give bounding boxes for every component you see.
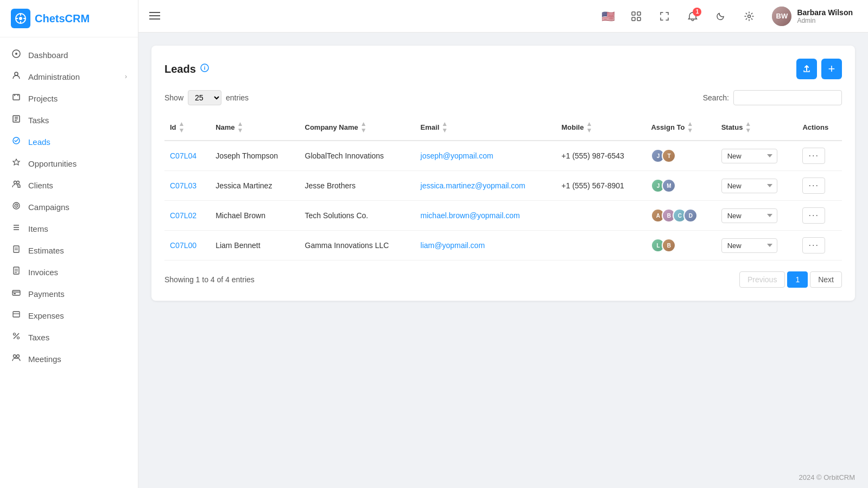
table-row: C07L00 Liam Bennett Gamma Innovations LL… xyxy=(164,231,842,261)
sidebar-item-expenses[interactable]: Expenses xyxy=(0,305,138,326)
lead-company-3: Tech Solutions Co. xyxy=(300,201,415,231)
next-page-button[interactable]: Next xyxy=(810,271,842,288)
dark-mode-icon[interactable] xyxy=(711,7,731,26)
sidebar-item-campaigns[interactable]: Campaigns xyxy=(0,196,138,218)
footer: 2024 © OrbitCRM xyxy=(138,467,868,488)
upload-button[interactable] xyxy=(796,59,817,79)
sidebar-label-estimates: Estimates xyxy=(28,246,64,255)
lead-name-2: Jessica Martinez xyxy=(210,171,299,201)
sidebar-item-items[interactable]: Items xyxy=(0,218,138,239)
svg-rect-35 xyxy=(14,293,16,294)
lead-email-2[interactable]: jessica.martinez@yopmail.com xyxy=(421,181,525,190)
sidebar-label-taxes: Taxes xyxy=(28,333,49,342)
svg-rect-48 xyxy=(632,17,635,21)
svg-point-42 xyxy=(17,355,20,358)
sidebar-label-opportunities: Opportunities xyxy=(28,159,77,168)
show-label: Show xyxy=(164,93,183,102)
sidebar-item-opportunities[interactable]: Opportunities xyxy=(0,153,138,174)
sidebar-label-tasks: Tasks xyxy=(28,116,49,125)
topbar: 🇺🇸 1 BW Barbara Wilson xyxy=(138,0,868,33)
actions-button-4[interactable]: ··· xyxy=(802,237,825,253)
lead-email-3[interactable]: michael.brown@yopmail.com xyxy=(421,211,520,220)
leads-header: Leads + xyxy=(164,59,842,79)
notification-badge: 1 xyxy=(693,8,701,16)
lead-email-1[interactable]: joseph@yopmail.com xyxy=(421,151,493,160)
lead-id-C07L04[interactable]: C07L04 xyxy=(170,151,197,160)
svg-point-50 xyxy=(748,15,751,17)
lead-assign-1: J T xyxy=(645,141,715,171)
settings-icon[interactable] xyxy=(739,7,759,26)
sidebar-item-taxes[interactable]: Taxes xyxy=(0,326,138,348)
sidebar-item-estimates[interactable]: Estimates xyxy=(0,239,138,261)
sidebar-item-tasks[interactable]: Tasks xyxy=(0,109,138,131)
lead-name-3: Michael Brown xyxy=(210,201,299,231)
sidebar-item-projects[interactable]: Projects xyxy=(0,87,138,109)
leads-title-row: Leads xyxy=(164,63,209,75)
actions-button-3[interactable]: ··· xyxy=(802,207,825,224)
entries-per-page-select[interactable]: 10 25 50 100 xyxy=(188,90,221,105)
search-input[interactable] xyxy=(733,90,842,105)
col-company[interactable]: Company Name ▲▼ xyxy=(300,114,415,141)
sidebar-label-clients: Clients xyxy=(28,181,53,190)
status-select-2[interactable]: New In Progress Converted Closed xyxy=(721,179,777,193)
svg-line-38 xyxy=(14,333,19,339)
col-id[interactable]: Id ▲▼ xyxy=(164,114,210,141)
opportunities-icon xyxy=(11,158,22,169)
col-actions: Actions xyxy=(797,114,842,141)
info-icon[interactable] xyxy=(200,64,209,74)
sidebar-item-leads[interactable]: Leads xyxy=(0,131,138,153)
sidebar-item-payments[interactable]: Payments xyxy=(0,283,138,305)
previous-page-button[interactable]: Previous xyxy=(739,271,785,288)
sidebar-item-dashboard[interactable]: Dashboard xyxy=(0,44,138,66)
status-select-1[interactable]: New In Progress Converted Closed xyxy=(721,149,777,163)
sidebar-logo[interactable]: ChetsCRM xyxy=(0,0,138,37)
menu-toggle-icon[interactable] xyxy=(149,10,160,22)
status-select-4[interactable]: New In Progress Converted Closed xyxy=(721,238,777,253)
lead-id-C07L03[interactable]: C07L03 xyxy=(170,181,197,190)
assign-avatars-2: J M xyxy=(651,179,710,193)
svg-point-1 xyxy=(19,17,22,20)
table-row: C07L02 Michael Brown Tech Solutions Co. … xyxy=(164,201,842,231)
table-header: Id ▲▼ Name ▲▼ Company Na xyxy=(164,114,842,141)
sidebar-navigation: Dashboard Administration › Projects Task… xyxy=(0,37,138,376)
col-status[interactable]: Status ▲▼ xyxy=(716,114,797,141)
lead-id-C07L02[interactable]: C07L02 xyxy=(170,211,197,220)
sidebar-item-invoices[interactable]: Invoices xyxy=(0,261,138,283)
svg-point-53 xyxy=(204,66,205,67)
assign-avatars-3: A B C D xyxy=(651,208,710,223)
entries-label: entries xyxy=(226,93,249,102)
lead-actions-4: ··· xyxy=(797,231,842,261)
grid-icon[interactable] xyxy=(626,7,646,26)
notifications-icon[interactable]: 1 xyxy=(683,7,702,26)
page-1-button[interactable]: 1 xyxy=(787,271,808,288)
expenses-icon xyxy=(11,310,22,321)
lead-assign-4: L B xyxy=(645,231,715,261)
svg-point-19 xyxy=(17,181,20,184)
add-lead-button[interactable]: + xyxy=(821,59,842,79)
sidebar-item-administration[interactable]: Administration › xyxy=(0,66,138,87)
sidebar-label-campaigns: Campaigns xyxy=(28,202,69,212)
leads-icon xyxy=(11,136,22,147)
status-select-3[interactable]: New In Progress Converted Closed xyxy=(721,208,777,223)
sidebar-item-meetings[interactable]: Meetings xyxy=(0,348,138,370)
actions-button-2[interactable]: ··· xyxy=(802,178,825,194)
col-name[interactable]: Name ▲▼ xyxy=(210,114,299,141)
logo-text: ChetsCRM xyxy=(35,12,90,25)
avatar-4-2: B xyxy=(662,238,676,252)
svg-rect-49 xyxy=(637,17,641,21)
lead-id-C07L00[interactable]: C07L00 xyxy=(170,241,197,250)
svg-point-22 xyxy=(16,205,17,206)
svg-rect-33 xyxy=(12,290,20,295)
lead-status-4: New In Progress Converted Closed xyxy=(716,231,797,261)
col-email[interactable]: Email ▲▼ xyxy=(415,114,556,141)
sidebar-item-clients[interactable]: Clients xyxy=(0,174,138,196)
svg-rect-36 xyxy=(13,312,20,317)
lead-email-4[interactable]: liam@yopmail.com xyxy=(421,241,485,250)
user-profile[interactable]: BW Barbara Wilson Admin xyxy=(768,4,857,28)
col-assign-to[interactable]: Assign To ▲▼ xyxy=(645,114,715,141)
actions-button-1[interactable]: ··· xyxy=(802,148,825,164)
col-mobile[interactable]: Mobile ▲▼ xyxy=(556,114,645,141)
meetings-icon xyxy=(11,353,22,364)
language-selector[interactable]: 🇺🇸 xyxy=(598,7,618,26)
fullscreen-icon[interactable] xyxy=(655,7,674,26)
